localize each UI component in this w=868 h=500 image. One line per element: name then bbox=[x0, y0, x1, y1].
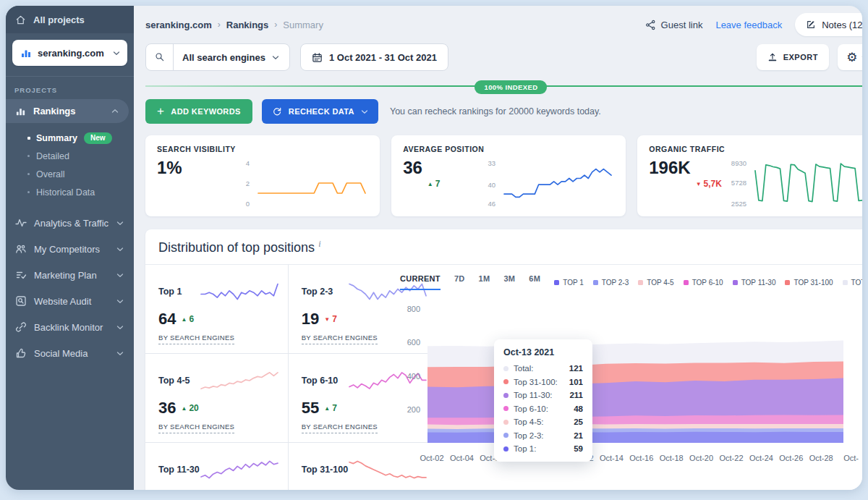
y-axis-tick: 600 bbox=[400, 338, 420, 347]
indexed-badge: 100% INDEXED bbox=[475, 80, 547, 94]
tab-current[interactable]: CURRENT bbox=[400, 274, 441, 290]
tab-3m[interactable]: 3M bbox=[503, 274, 515, 290]
sidebar-nav: Analytics & TrafficMy CompetitorsMarketi… bbox=[6, 210, 134, 366]
export-button[interactable]: EXPORT bbox=[757, 44, 829, 70]
x-axis-tick: Oct-22 bbox=[719, 454, 743, 462]
tooltip-row-top-6-10: Top 6-10:48 bbox=[503, 404, 583, 413]
recheck-data-label: RECHECK DATA bbox=[289, 107, 354, 116]
tab-1m[interactable]: 1M bbox=[479, 274, 490, 290]
legend-swatch-icon bbox=[638, 280, 643, 285]
sidebar-subitem-overall[interactable]: Overall bbox=[6, 165, 134, 183]
legend-top-11-30[interactable]: TOP 11-30 bbox=[733, 279, 776, 287]
social-icon bbox=[15, 347, 27, 359]
tile-value: 64 bbox=[158, 310, 176, 329]
tile-label: Top 31-100 bbox=[302, 465, 348, 475]
sidebar-item-website-audit[interactable]: Website Audit bbox=[6, 288, 134, 314]
by-search-engines-link[interactable]: BY SEARCH ENGINES bbox=[158, 334, 234, 344]
chevron-down-icon bbox=[116, 351, 124, 356]
x-axis-tick: Oct-18 bbox=[660, 454, 684, 462]
chevron-down-icon bbox=[861, 55, 862, 60]
chart-tooltip: Oct-13 2021 Total:121Top 31-100:101Top 1… bbox=[494, 339, 592, 462]
svg-text:40: 40 bbox=[488, 181, 496, 189]
legend-top-2-3[interactable]: TOP 2-3 bbox=[593, 279, 629, 287]
note-edit-icon bbox=[806, 20, 816, 30]
plus-icon: + bbox=[157, 105, 164, 117]
breadcrumb-project[interactable]: seranking.com bbox=[145, 20, 212, 30]
x-axis-tick: Oct-24 bbox=[749, 454, 773, 462]
by-search-engines-link[interactable]: BY SEARCH ENGINES bbox=[302, 334, 378, 344]
info-icon[interactable]: i bbox=[318, 239, 320, 249]
legend-swatch-icon bbox=[684, 280, 689, 285]
add-keywords-label: ADD KEYWORDS bbox=[171, 107, 240, 116]
tooltip-row-top-4-5: Top 4-5:25 bbox=[503, 418, 583, 426]
all-projects-label: All projects bbox=[33, 14, 85, 25]
average-position-card: AVERAGE POSITION 36 ▲7 334046 bbox=[391, 135, 626, 216]
card-label: ORGANIC TRAFFIC bbox=[649, 145, 862, 153]
sidebar-item-analytics-traffic[interactable]: Analytics & Traffic bbox=[6, 210, 134, 236]
date-range-value: 1 Oct 2021 - 31 Oct 2021 bbox=[329, 52, 437, 63]
share-icon bbox=[645, 20, 656, 30]
breadcrumb-rankings[interactable]: Rankings bbox=[226, 20, 269, 30]
legend-top-31-100[interactable]: TOP 31-100 bbox=[785, 279, 833, 287]
sidebar-item-social-media[interactable]: Social Media bbox=[6, 340, 134, 366]
card-value: 1% bbox=[157, 158, 182, 210]
sidebar-subitem-historical-data[interactable]: Historical Data bbox=[6, 183, 134, 201]
chart-legend: TOP 1TOP 2-3TOP 4-5TOP 6-10TOP 11-30TOP … bbox=[554, 279, 862, 287]
y-axis-tick: 400 bbox=[400, 372, 420, 381]
date-range-picker[interactable]: 1 Oct 2021 - 31 Oct 2021 bbox=[300, 43, 448, 71]
tooltip-row-total: Total:121 bbox=[503, 364, 583, 373]
tooltip-row-top-2-3: Top 2-3:21 bbox=[503, 431, 583, 440]
project-selector[interactable]: seranking.com bbox=[12, 40, 127, 66]
bullet-icon bbox=[27, 155, 30, 157]
average-position-chart: 334046 bbox=[471, 156, 614, 210]
organic-traffic-card: ORGANIC TRAFFIC 196K ▼5,7K 893057282525 bbox=[637, 135, 862, 216]
settings-button[interactable]: ⚙ bbox=[838, 44, 862, 70]
tab-6m[interactable]: 6M bbox=[529, 274, 540, 290]
legend-top-6-10[interactable]: TOP 6-10 bbox=[684, 279, 723, 287]
top-bar: seranking.com › Rankings › Summary Guest… bbox=[145, 10, 862, 39]
all-projects-link[interactable]: All projects bbox=[6, 6, 134, 33]
legend-total[interactable]: TOTAL bbox=[843, 279, 862, 287]
tile-value: 223 bbox=[158, 488, 185, 490]
sidebar-item-rankings[interactable]: Rankings bbox=[6, 99, 129, 123]
tile-sparkline bbox=[200, 364, 279, 397]
controls-row: All search engines 1 Oct 2021 - 31 Oct 2… bbox=[145, 43, 862, 71]
stat-cards-row: SEARCH VISIBILITY 1% 420 AVERAGE POSITIO… bbox=[145, 135, 862, 216]
chevron-down-icon bbox=[361, 109, 368, 114]
calendar-icon bbox=[312, 52, 323, 63]
legend-top-4-5[interactable]: TOP 4-5 bbox=[638, 279, 673, 287]
sidebar: All projects seranking.com PROJECTS Rank… bbox=[6, 6, 134, 490]
stacked-area-chart: Oct-13 2021 Total:121Top 31-100:101Top 1… bbox=[400, 299, 862, 480]
project-chart-icon bbox=[20, 47, 32, 59]
search-engines-select[interactable]: All search engines bbox=[145, 43, 290, 71]
recheck-note: You can recheck rankings for 20000 keywo… bbox=[390, 106, 601, 116]
notes-label: Notes (12) bbox=[822, 20, 862, 30]
sidebar-item-marketing-plan[interactable]: Marketing Plan bbox=[6, 262, 134, 288]
upload-icon bbox=[767, 52, 778, 62]
guest-link-button[interactable]: Guest link bbox=[645, 20, 703, 30]
search-visibility-card: SEARCH VISIBILITY 1% 420 bbox=[145, 135, 380, 216]
svg-text:2: 2 bbox=[246, 179, 250, 187]
tile-sparkline bbox=[200, 275, 279, 308]
by-search-engines-link[interactable]: BY SEARCH ENGINES bbox=[158, 423, 234, 433]
recheck-data-button[interactable]: RECHECK DATA bbox=[262, 99, 378, 124]
tile-label: Top 6-10 bbox=[302, 376, 338, 386]
sidebar-subitem-detailed[interactable]: Detailed bbox=[6, 147, 134, 165]
leave-feedback-link[interactable]: Leave feedback bbox=[715, 20, 782, 30]
index-progress: 100% INDEXED bbox=[145, 80, 862, 92]
sidebar-divider bbox=[6, 76, 134, 77]
chart-panel: CURRENT7D1M3M6M TOP 1TOP 2-3TOP 4-5TOP 6… bbox=[388, 265, 862, 490]
y-axis-tick: 200 bbox=[400, 405, 420, 414]
sidebar-subitem-summary[interactable]: SummaryNew bbox=[6, 129, 134, 147]
add-keywords-button[interactable]: + ADD KEYWORDS bbox=[145, 99, 252, 124]
by-search-engines-link[interactable]: BY SEARCH ENGINES bbox=[302, 423, 378, 433]
legend-top-1[interactable]: TOP 1 bbox=[554, 279, 584, 287]
search-icon bbox=[155, 52, 165, 62]
card-label: SEARCH VISIBILITY bbox=[157, 145, 368, 153]
tab-7d[interactable]: 7D bbox=[454, 274, 465, 290]
notes-button[interactable]: Notes (12) bbox=[795, 13, 862, 36]
app-window: All projects seranking.com PROJECTS Rank… bbox=[6, 6, 862, 490]
chevron-down-icon bbox=[116, 273, 124, 278]
sidebar-item-my-competitors[interactable]: My Competitors bbox=[6, 236, 134, 262]
sidebar-item-backlink-monitor[interactable]: Backlink Monitor bbox=[6, 314, 134, 340]
